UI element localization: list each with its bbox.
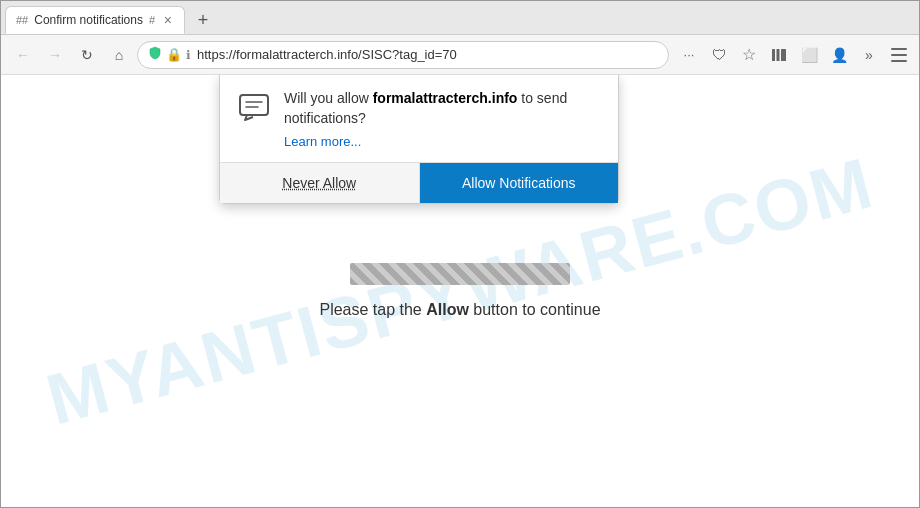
popup-buttons: Never Allow Allow Notifications [220, 162, 618, 203]
instruction-bold: Allow [426, 301, 469, 318]
back-button[interactable]: ← [9, 41, 37, 69]
svg-rect-4 [891, 54, 907, 56]
forward-button[interactable]: → [41, 41, 69, 69]
svg-rect-6 [240, 95, 268, 115]
new-tab-button[interactable]: + [189, 6, 217, 34]
library-button[interactable] [767, 43, 791, 67]
account-button[interactable]: 👤 [827, 43, 851, 67]
lock-icon: 🔒 [166, 47, 182, 62]
address-bar-icons: 🔒 ℹ [148, 46, 191, 63]
nav-right-icons: ··· 🛡 ☆ ⬜ 👤 » [677, 43, 911, 67]
info-icon: ℹ [186, 48, 191, 62]
hamburger-menu[interactable] [887, 43, 911, 67]
home-button[interactable]: ⌂ [105, 41, 133, 69]
page-content: MYANTISPYWARE.COM Will you allow formala… [1, 75, 919, 507]
url-text: https://formalattracterch.info/SISC?tag_… [197, 47, 658, 62]
instruction-suffix: button to continue [469, 301, 601, 318]
svg-rect-2 [781, 49, 786, 61]
instruction-prefix: Please tap the [319, 301, 426, 318]
shield-icon [148, 46, 162, 63]
learn-more-link[interactable]: Learn more... [284, 134, 361, 149]
allow-notifications-button[interactable]: Allow Notifications [420, 163, 619, 203]
notification-popup: Will you allow formalattracterch.info to… [219, 75, 619, 204]
never-allow-button[interactable]: Never Allow [220, 163, 420, 203]
tab-close-button[interactable]: × [162, 12, 174, 28]
popup-message: Will you allow formalattracterch.info to… [284, 89, 602, 128]
popup-text-area: Will you allow formalattracterch.info to… [284, 89, 602, 150]
more-button[interactable]: ··· [677, 43, 701, 67]
progress-bar [350, 263, 570, 285]
svg-rect-0 [772, 49, 775, 61]
synced-tabs-button[interactable]: ⬜ [797, 43, 821, 67]
tab-hash2: # [149, 14, 155, 26]
svg-rect-5 [891, 60, 907, 62]
page-instruction: Please tap the Allow button to continue [319, 301, 600, 319]
reload-button[interactable]: ↻ [73, 41, 101, 69]
nav-bar: ← → ↻ ⌂ 🔒 ℹ https://formalattracterch.in… [1, 35, 919, 75]
popup-domain: formalattracterch.info [373, 90, 518, 106]
popup-body: Will you allow formalattracterch.info to… [220, 75, 618, 162]
browser-frame: ## Confirm notifications # × + ← → ↻ ⌂ 🔒… [0, 0, 920, 508]
tab-bar: ## Confirm notifications # × + [1, 1, 919, 35]
active-tab[interactable]: ## Confirm notifications # × [5, 6, 185, 34]
svg-rect-3 [891, 48, 907, 50]
popup-message-prefix: Will you allow [284, 90, 373, 106]
svg-rect-1 [777, 49, 780, 61]
extend-button[interactable]: » [857, 43, 881, 67]
pocket-icon[interactable]: 🛡 [707, 43, 731, 67]
tab-title: Confirm notifications [34, 13, 143, 27]
bookmark-button[interactable]: ☆ [737, 43, 761, 67]
chat-icon [236, 89, 272, 125]
tab-hash: ## [16, 14, 28, 26]
address-bar[interactable]: 🔒 ℹ https://formalattracterch.info/SISC?… [137, 41, 669, 69]
